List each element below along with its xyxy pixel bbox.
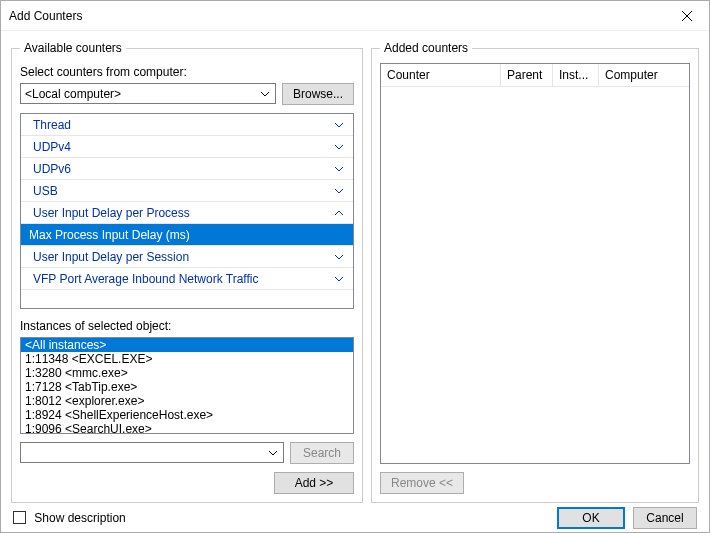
show-description-label-wrap[interactable]: Show description [13,511,126,525]
counter-item-label: UDPv4 [33,140,335,154]
search-button[interactable]: Search [290,442,354,464]
computer-combo[interactable]: <Local computer> [20,83,276,104]
close-icon [682,11,692,21]
th-inst[interactable]: Inst... [553,64,599,87]
instances-list[interactable]: <All instances>1:11348 <EXCEL.EXE>1:3280… [20,337,354,434]
select-computer-label: Select counters from computer: [20,65,354,79]
counter-item[interactable]: USB [21,180,353,202]
counter-item-label: VFP Port Average Inbound Network Traffic [33,272,335,286]
computer-combo-value: <Local computer> [25,87,121,101]
chevron-down-icon[interactable] [335,189,347,193]
instance-search-combo[interactable] [20,442,284,463]
instance-item[interactable]: 1:11348 <EXCEL.EXE> [21,352,353,366]
counter-item-label: User Input Delay per Session [33,250,335,264]
add-counters-dialog: Add Counters Available counters Select c… [0,0,710,533]
counter-item-label: Max Process Input Delay (ms) [29,228,347,242]
instance-item[interactable]: <All instances> [21,338,353,352]
counter-item[interactable]: User Input Delay per Session [21,246,353,268]
instance-item[interactable]: 1:8012 <explorer.exe> [21,394,353,408]
added-counters-group: Added counters Counter Parent Inst... Co… [371,41,699,503]
chevron-down-icon [265,445,281,460]
cancel-button[interactable]: Cancel [633,507,697,529]
add-button[interactable]: Add >> [274,472,354,494]
counter-item-label: User Input Delay per Process [33,206,335,220]
counter-item-label: Thread [33,118,335,132]
titlebar: Add Counters [1,1,709,31]
counter-item[interactable]: Max Process Input Delay (ms) [21,224,353,246]
ok-button[interactable]: OK [557,507,625,529]
remove-button[interactable]: Remove << [380,472,464,494]
instance-item[interactable]: 1:8924 <ShellExperienceHost.exe> [21,408,353,422]
th-parent[interactable]: Parent [501,64,553,87]
instance-item[interactable]: 1:3280 <mmc.exe> [21,366,353,380]
browse-button[interactable]: Browse... [282,83,354,105]
chevron-down-icon[interactable] [335,167,347,171]
add-row: Add >> [20,472,354,494]
counter-item[interactable]: VFP Port Average Inbound Network Traffic [21,268,353,290]
remove-row: Remove << [380,472,690,494]
counter-list[interactable]: ThreadUDPv4UDPv6USBUser Input Delay per … [20,113,354,309]
counter-item[interactable]: UDPv4 [21,136,353,158]
table-header-row: Counter Parent Inst... Computer [381,64,689,87]
show-description-checkbox[interactable] [13,511,26,524]
dialog-footer: Show description OK Cancel [1,503,709,532]
instance-item[interactable]: 1:9096 <SearchUI.exe> [21,422,353,434]
counter-item[interactable]: Thread [21,114,353,136]
instance-item[interactable]: 1:7128 <TabTip.exe> [21,380,353,394]
computer-row: <Local computer> Browse... [20,83,354,105]
chevron-down-icon[interactable] [335,277,347,281]
counter-item-label: USB [33,184,335,198]
instances-label: Instances of selected object: [20,319,354,333]
window-title: Add Counters [9,9,664,23]
available-counters-group: Available counters Select counters from … [11,41,363,503]
counter-item[interactable]: User Input Delay per Process [21,202,353,224]
counter-item-label: UDPv6 [33,162,335,176]
chevron-down-icon[interactable] [335,255,347,259]
search-row: Search [20,442,354,464]
th-counter[interactable]: Counter [381,64,501,87]
available-counters-legend: Available counters [20,41,126,55]
show-description-label: Show description [34,511,125,525]
chevron-up-icon[interactable] [335,211,347,215]
dialog-content: Available counters Select counters from … [1,31,709,503]
th-computer[interactable]: Computer [599,64,689,87]
close-button[interactable] [664,1,709,31]
counter-item[interactable]: UDPv6 [21,158,353,180]
chevron-down-icon [257,86,273,101]
chevron-down-icon[interactable] [335,145,347,149]
added-counters-table[interactable]: Counter Parent Inst... Computer [380,63,690,464]
chevron-down-icon[interactable] [335,123,347,127]
added-counters-legend: Added counters [380,41,472,55]
